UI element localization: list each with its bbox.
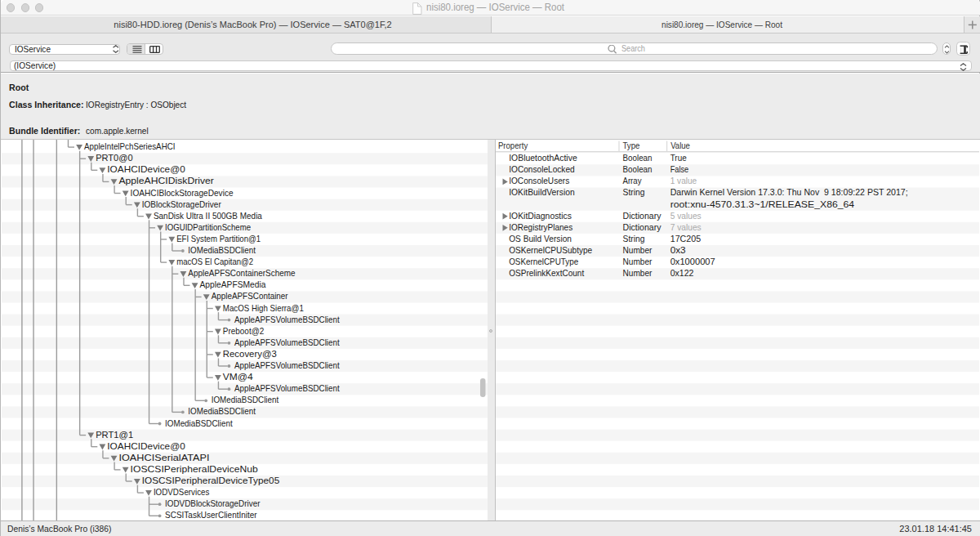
svg-text:Type: Type: [622, 141, 639, 150]
svg-text:Number: Number: [622, 257, 652, 266]
svg-text:IOBlockStorageDriver: IOBlockStorageDriver: [142, 199, 221, 209]
svg-text:7 values: 7 values: [670, 222, 701, 232]
svg-text:macOS El Capitan@2: macOS El Capitan@2: [176, 257, 253, 266]
svg-text:Dictionary: Dictionary: [622, 211, 661, 221]
svg-text:EFI System Partition@1: EFI System Partition@1: [176, 234, 261, 243]
svg-text:IOAHCIDevice@0: IOAHCIDevice@0: [107, 441, 185, 451]
svg-text:IOConsoleLocked: IOConsoleLocked: [509, 164, 574, 174]
svg-text:IOConsoleUsers: IOConsoleUsers: [509, 176, 569, 185]
svg-text:IOBluetoothActive: IOBluetoothActive: [509, 153, 577, 163]
svg-text:IOKitBuildVersion: IOKitBuildVersion: [509, 188, 574, 198]
svg-text:AppleAPFSContainerScheme: AppleAPFSContainerScheme: [188, 268, 295, 278]
svg-text:False: False: [670, 164, 688, 174]
svg-text:root:xnu-4570.31.3~1/RELEASE_X: root:xnu-4570.31.3~1/RELEASE_X86_64: [670, 199, 853, 209]
svg-text:VM@4: VM@4: [223, 372, 253, 382]
svg-text:17C205: 17C205: [670, 234, 700, 243]
svg-text:IOAHCIBlockStorageDevice: IOAHCIBlockStorageDevice: [131, 188, 234, 198]
svg-text:5 values: 5 values: [670, 211, 701, 221]
svg-text:Number: Number: [622, 268, 652, 278]
svg-text:AppleAPFSVolumeBSDClient: AppleAPFSVolumeBSDClient: [234, 360, 340, 370]
svg-text:0x122: 0x122: [670, 268, 693, 278]
svg-text:IOAHCISerialATAPI: IOAHCISerialATAPI: [118, 453, 209, 462]
svg-text:String: String: [622, 234, 644, 243]
svg-text:IODVDServices: IODVDServices: [154, 487, 210, 497]
svg-text:IORegistryPlanes: IORegistryPlanes: [509, 222, 572, 232]
svg-text:OSKernelCPUType: OSKernelCPUType: [509, 257, 578, 266]
svg-text:0x3: 0x3: [670, 245, 685, 255]
svg-text:Value: Value: [670, 141, 690, 150]
svg-text:OS Build Version: OS Build Version: [509, 234, 572, 243]
svg-text:IOKitDiagnostics: IOKitDiagnostics: [509, 211, 572, 221]
svg-text:SanDisk Ultra II 500GB Media: SanDisk Ultra II 500GB Media: [154, 211, 263, 221]
svg-text:SCSITaskUserClientIniter: SCSITaskUserClientIniter: [165, 510, 257, 520]
svg-text:Boolean: Boolean: [622, 153, 652, 163]
svg-text:IOMediaBSDClient: IOMediaBSDClient: [165, 418, 233, 428]
svg-text:Recovery@3: Recovery@3: [223, 349, 277, 359]
svg-text:IOSCSIPeripheralDeviceType05: IOSCSIPeripheralDeviceType05: [142, 476, 280, 485]
svg-text:IOMediaBSDClient: IOMediaBSDClient: [188, 245, 256, 255]
svg-text:AppleAPFSVolumeBSDClient: AppleAPFSVolumeBSDClient: [234, 315, 340, 324]
svg-text:IOMediaBSDClient: IOMediaBSDClient: [212, 395, 279, 404]
svg-text:AppleAPFSVolumeBSDClient: AppleAPFSVolumeBSDClient: [234, 337, 340, 347]
svg-text:MacOS High Sierra@1: MacOS High Sierra@1: [223, 303, 304, 313]
svg-text:True: True: [670, 153, 686, 163]
svg-text:PRT1@1: PRT1@1: [96, 430, 133, 440]
svg-text:Boolean: Boolean: [622, 164, 652, 174]
svg-text:Dictionary: Dictionary: [622, 222, 661, 232]
svg-text:Preboot@2: Preboot@2: [223, 326, 265, 336]
svg-text:0x1000007: 0x1000007: [670, 257, 715, 266]
svg-text:IOMediaBSDClient: IOMediaBSDClient: [188, 406, 256, 416]
svg-text:1 value: 1 value: [670, 176, 696, 185]
svg-text:Darwin Kernel Version 17.3.0:: Darwin Kernel Version 17.3.0: Thu Nov 9 …: [670, 188, 907, 198]
svg-text:IOGUIDPartitionScheme: IOGUIDPartitionScheme: [165, 222, 251, 232]
svg-text:AppleAPFSContainer: AppleAPFSContainer: [212, 291, 288, 301]
svg-text:IODVDBlockStorageDriver: IODVDBlockStorageDriver: [165, 498, 261, 508]
svg-text:AppleAPFSMedia: AppleAPFSMedia: [200, 279, 267, 289]
svg-text:PRT0@0: PRT0@0: [96, 153, 132, 163]
svg-text:Property: Property: [498, 141, 528, 150]
svg-text:AppleAHCIDiskDriver: AppleAHCIDiskDriver: [118, 176, 214, 185]
svg-text:AppleIntelPchSeriesAHCI: AppleIntelPchSeriesAHCI: [84, 141, 176, 151]
svg-text:OSPrelinkKextCount: OSPrelinkKextCount: [509, 268, 584, 278]
svg-text:String: String: [622, 188, 644, 198]
svg-text:IOAHCIDevice@0: IOAHCIDevice@0: [107, 164, 185, 174]
svg-text:IOSCSIPeripheralDeviceNub: IOSCSIPeripheralDeviceNub: [131, 464, 258, 474]
svg-text:OSKernelCPUSubtype: OSKernelCPUSubtype: [509, 245, 592, 255]
svg-text:Number: Number: [622, 245, 652, 255]
svg-text:Array: Array: [622, 176, 641, 185]
svg-text:AppleAPFSVolumeBSDClient: AppleAPFSVolumeBSDClient: [234, 383, 340, 393]
